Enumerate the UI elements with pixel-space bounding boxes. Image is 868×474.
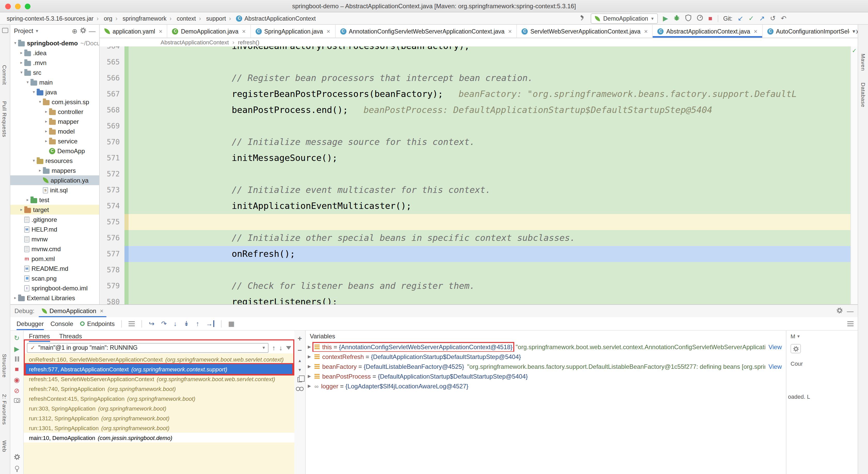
tree-item[interactable]: pom.xml	[10, 254, 99, 264]
line-number[interactable]: 573	[100, 182, 124, 198]
run-to-cursor-icon[interactable]: →	[206, 320, 214, 327]
close-tab-icon[interactable]: ×	[100, 307, 103, 315]
inspections-ok-icon[interactable]: ✓	[852, 47, 857, 54]
move-down-icon[interactable]: ▾	[299, 368, 301, 372]
add-watch-icon[interactable]: +	[298, 335, 302, 342]
tree-chevron-icon[interactable]	[12, 296, 18, 300]
expand-chevron-icon[interactable]: ▶	[308, 364, 314, 369]
thread-selector[interactable]: ✓ "main"@1 in group "main": RUNNING ▾	[27, 343, 269, 352]
code-line[interactable]: 573 // Initialize event multicaster for …	[100, 182, 850, 198]
breadcrumb-class[interactable]: AbstractApplicationContext	[161, 39, 229, 45]
tree-item[interactable]: .gitignore	[10, 214, 99, 224]
line-number[interactable]: 570	[100, 134, 124, 150]
tree-item[interactable]: README.md	[10, 264, 99, 273]
stack-frame[interactable]: refresh:577, AbstractApplicationContext …	[24, 364, 294, 374]
tree-item[interactable]: model	[10, 126, 99, 136]
code-line[interactable]: 580 registerListeners();	[100, 294, 850, 304]
variable-row[interactable]: ▶ this = {AnnotationConfigServletWebServ…	[306, 342, 786, 352]
view-link[interactable]: View	[768, 343, 782, 350]
breadcrumb-item[interactable]: support	[197, 15, 227, 22]
tool-database[interactable]: Database	[860, 82, 866, 107]
build-icon[interactable]	[579, 15, 586, 22]
editor-tab[interactable]: SpringApplication.java ×	[251, 25, 335, 38]
line-number[interactable]: 566	[100, 70, 124, 86]
code-line[interactable]: 571 initMessageSource();	[100, 150, 850, 166]
line-number[interactable]: 579	[100, 278, 124, 294]
tree-item[interactable]: com.jessin.sp	[10, 97, 99, 107]
debug-button[interactable]	[673, 14, 680, 22]
line-number[interactable]: 577	[100, 246, 124, 262]
history-button[interactable]: ↺	[770, 15, 776, 22]
memory-tab[interactable]: M	[790, 333, 795, 339]
breadcrumb-item[interactable]: AbstractApplicationContext	[227, 15, 317, 22]
close-window-button[interactable]	[5, 4, 11, 9]
line-number[interactable]: 564	[100, 46, 124, 54]
tree-chevron-icon[interactable]	[25, 198, 30, 202]
tree-item[interactable]: application.ya	[10, 175, 99, 185]
stop-icon[interactable]: ■	[15, 366, 19, 372]
layout-icon[interactable]	[847, 321, 854, 327]
line-number[interactable]: 575	[100, 214, 124, 230]
stack-frame[interactable]: refreshContext:415, SpringApplication (o…	[24, 394, 294, 403]
close-tab-icon[interactable]: ×	[508, 28, 512, 35]
line-number[interactable]: 571	[100, 150, 124, 166]
editor-tab[interactable]: application.yaml ×	[100, 25, 167, 38]
view-link[interactable]: View	[768, 363, 782, 370]
debug-tool-tab[interactable]: Endpoints	[80, 317, 115, 330]
stack-frame[interactable]: refresh:145, ServletWebServerApplication…	[24, 374, 294, 384]
run-button[interactable]: ▶	[663, 15, 668, 22]
close-tab-icon[interactable]: ×	[754, 28, 757, 35]
tool-maven[interactable]: Maven	[860, 54, 866, 71]
code-line[interactable]: 574 initApplicationEventMulticaster();	[100, 198, 850, 214]
rerun-icon[interactable]: ↻	[14, 335, 20, 341]
tree-chevron-icon[interactable]	[31, 158, 37, 163]
resume-icon[interactable]: ▶	[14, 346, 19, 352]
mute-breakpoints-icon[interactable]: ⊘	[14, 387, 20, 394]
git-commit-button[interactable]: ✓	[748, 15, 754, 22]
breadcrumb-item[interactable]: org	[95, 15, 114, 22]
tree-item[interactable]: src	[10, 68, 99, 77]
tree-item[interactable]: mvnw	[10, 234, 99, 244]
settings-icon[interactable]	[14, 454, 20, 462]
tree-item[interactable]: service	[10, 136, 99, 146]
previous-frame-icon[interactable]: ↑	[272, 344, 276, 351]
tree-item[interactable]: java	[10, 87, 99, 97]
line-number[interactable]: 567	[100, 86, 124, 102]
pin-icon[interactable]	[15, 466, 19, 470]
debug-tool-tab[interactable]: Debugger	[17, 317, 43, 330]
tree-item[interactable]: mappers	[10, 166, 99, 175]
stack-frame[interactable]: run:303, SpringApplication (org.springfr…	[24, 403, 294, 413]
settings-icon[interactable]	[837, 307, 843, 315]
stop-button[interactable]: ■	[708, 15, 712, 22]
breadcrumb-item[interactable]: springframework	[114, 15, 168, 22]
hidden-tabs-chevron-icon[interactable]: ▼	[849, 29, 856, 34]
undo-button[interactable]: ↶	[781, 15, 786, 22]
tree-item[interactable]: springboot-demo ~/Docum	[10, 38, 99, 48]
code-editor[interactable]: 564 invokeBeanFactoryPostProcessors(bean…	[100, 46, 850, 304]
code-line[interactable]: 578	[100, 262, 850, 278]
project-view-selector[interactable]: Project	[14, 27, 33, 35]
tool-favorites[interactable]: 2: Favorites	[2, 394, 8, 425]
tree-item[interactable]: init.sql	[10, 185, 99, 195]
tool-structure[interactable]: Structure	[2, 354, 8, 377]
debug-tool-tab[interactable]: Console	[50, 317, 73, 330]
zoom-window-button[interactable]	[25, 4, 30, 9]
tree-item[interactable]: controller	[10, 107, 99, 116]
tree-chevron-icon[interactable]	[43, 129, 49, 134]
editor-tab[interactable]: AbstractApplicationContext.java ×	[653, 25, 763, 38]
line-number[interactable]: 574	[100, 198, 124, 214]
layout-settings-icon[interactable]	[129, 321, 135, 326]
line-number[interactable]: 578	[100, 262, 124, 278]
step-out-icon[interactable]: ↑	[196, 320, 199, 327]
code-line[interactable]: 564 invokeBeanFactoryPostProcessors(bean…	[100, 46, 850, 54]
profiler-button[interactable]	[696, 14, 703, 22]
code-line[interactable]: 570 // Initialize message source for thi…	[100, 134, 850, 150]
tree-item[interactable]: scan.png	[10, 273, 99, 283]
tree-chevron-icon[interactable]	[31, 90, 37, 94]
tree-chevron-icon[interactable]	[25, 80, 30, 84]
show-execution-point-icon[interactable]: ↪	[149, 320, 154, 327]
tree-chevron-icon[interactable]	[37, 100, 43, 104]
expand-chevron-icon[interactable]: ▶	[308, 344, 314, 349]
tree-item[interactable]: resources	[10, 156, 99, 166]
code-line[interactable]: 568 beanPostProcess.end();beanPostProces…	[100, 102, 850, 118]
